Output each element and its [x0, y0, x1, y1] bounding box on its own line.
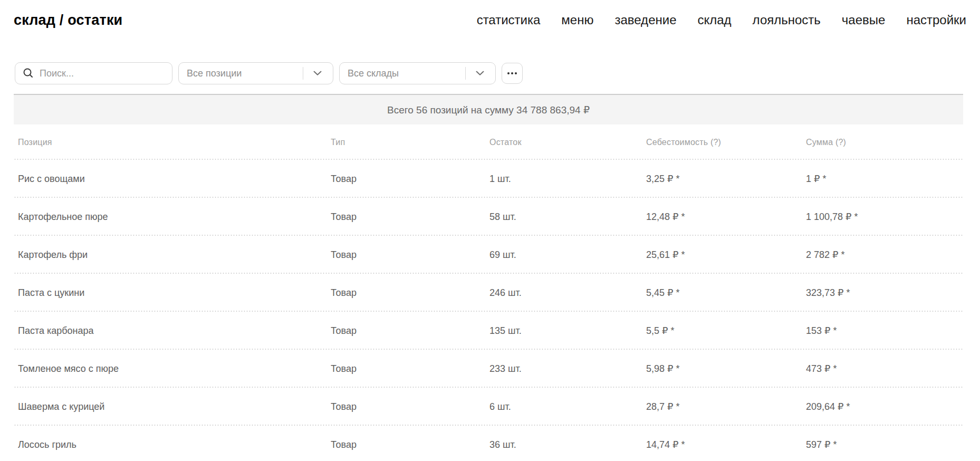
cell-type: Товар [331, 249, 489, 261]
cell-type: Товар [331, 287, 489, 299]
chevron-down-icon [476, 71, 484, 76]
chevron-down-icon [313, 71, 322, 76]
cell-sum: 597 ₽ * [806, 439, 963, 450]
cell-stock: 58 шт. [489, 212, 646, 223]
table-row[interactable]: Томленое мясо с пюреТовар233 шт.5,98 ₽ *… [14, 350, 963, 388]
cell-stock: 36 шт. [489, 439, 646, 450]
summary-text: Всего 56 позиций на сумму 34 788 863,94 … [387, 104, 590, 116]
nav-item-0[interactable]: статистика [477, 13, 541, 27]
cell-name: Паста карбонара [18, 325, 331, 337]
cell-type: Товар [331, 174, 489, 185]
cell-sum: 1 ₽ * [806, 173, 963, 185]
column-header: Позиция [18, 138, 331, 147]
nav-item-2[interactable]: заведение [614, 13, 676, 27]
cell-stock: 135 шт. [489, 325, 646, 337]
cell-stock: 69 шт. [489, 249, 646, 261]
cell-stock: 1 шт. [489, 174, 646, 185]
cell-name: Картофель фри [18, 249, 331, 261]
table-row[interactable]: Паста с цукиниТовар246 шт.5,45 ₽ *323,73… [14, 274, 963, 312]
cell-sum: 1 100,78 ₽ * [806, 211, 963, 223]
ellipsis-icon [515, 72, 517, 74]
table-row[interactable]: Рис с овощамиТовар1 шт.3,25 ₽ *1 ₽ * [14, 160, 963, 198]
cell-sum: 473 ₽ * [806, 363, 963, 374]
column-header: Себестоимость (?) [646, 138, 806, 147]
table-header: ПозицияТипОстатокСебестоимость (?)Сумма … [14, 124, 963, 160]
cell-stock: 6 шт. [489, 401, 646, 412]
column-header: Тип [331, 138, 489, 147]
cell-name: Рис с овощами [18, 174, 331, 185]
cell-name: Шаверма с курицей [18, 401, 331, 412]
nav-item-4[interactable]: лояльность [753, 13, 821, 27]
cell-type: Товар [331, 212, 489, 223]
stock-table: ПозицияТипОстатокСебестоимость (?)Сумма … [14, 124, 963, 461]
positions-filter-dropdown[interactable]: Все позиции [178, 62, 333, 84]
cell-cost: 5,98 ₽ * [646, 363, 806, 374]
cell-cost: 12,48 ₽ * [646, 211, 806, 223]
cell-stock: 246 шт. [489, 287, 646, 299]
cell-type: Товар [331, 363, 489, 374]
search-icon [23, 68, 34, 79]
positions-filter-value: Все позиции [187, 68, 242, 79]
ellipsis-icon [507, 72, 510, 74]
warehouses-filter-dropdown[interactable]: Все склады [339, 62, 496, 84]
warehouses-filter-value: Все склады [348, 68, 399, 79]
more-options-button[interactable] [502, 63, 523, 84]
cell-cost: 5,45 ₽ * [646, 287, 806, 299]
cell-cost: 25,61 ₽ * [646, 249, 806, 261]
nav-item-1[interactable]: меню [561, 13, 593, 27]
cell-cost: 5,5 ₽ * [646, 325, 806, 337]
cell-cost: 3,25 ₽ * [646, 173, 806, 185]
cell-sum: 153 ₽ * [806, 325, 963, 337]
cell-type: Товар [331, 439, 489, 450]
filter-row: Поиск... Все позиции Все склады [15, 62, 523, 84]
table-row[interactable]: Картофель фриТовар69 шт.25,61 ₽ *2 782 ₽… [14, 236, 963, 274]
search-placeholder: Поиск... [40, 68, 74, 79]
nav-item-5[interactable]: чаевые [842, 13, 886, 27]
cell-type: Товар [331, 401, 489, 412]
cell-name: Паста с цукини [18, 287, 331, 299]
nav-item-6[interactable]: настройки [906, 13, 966, 27]
dropdown-divider [465, 67, 466, 80]
cell-cost: 14,74 ₽ * [646, 439, 806, 450]
dropdown-divider [303, 67, 303, 80]
column-header: Остаток [489, 138, 646, 147]
cell-name: Картофельное пюре [18, 212, 331, 223]
top-bar: склад / остатки статистикаменюзаведениес… [0, 0, 980, 34]
ellipsis-icon [511, 72, 513, 74]
cell-cost: 28,7 ₽ * [646, 401, 806, 412]
cell-stock: 233 шт. [489, 363, 646, 374]
cell-type: Товар [331, 325, 489, 337]
column-header: Сумма (?) [806, 138, 963, 147]
cell-sum: 2 782 ₽ * [806, 249, 963, 261]
summary-bar: Всего 56 позиций на сумму 34 788 863,94 … [14, 94, 963, 124]
table-row[interactable]: Паста карбонараТовар135 шт.5,5 ₽ *153 ₽ … [14, 312, 963, 350]
cell-sum: 209,64 ₽ * [806, 401, 963, 412]
cell-name: Томленое мясо с пюре [18, 363, 331, 374]
cell-name: Лосось гриль [18, 439, 331, 450]
nav-item-3[interactable]: склад [697, 13, 731, 27]
cell-sum: 323,73 ₽ * [806, 287, 963, 299]
top-nav: статистикаменюзаведениескладлояльностьча… [477, 13, 966, 27]
page-title: склад / остатки [14, 12, 122, 28]
table-row[interactable]: Лосось грильТовар36 шт.14,74 ₽ *597 ₽ * [14, 426, 963, 461]
table-row[interactable]: Картофельное пюреТовар58 шт.12,48 ₽ *1 1… [14, 198, 963, 236]
search-input[interactable]: Поиск... [15, 62, 172, 84]
table-row[interactable]: Шаверма с курицейТовар6 шт.28,7 ₽ *209,6… [14, 388, 963, 426]
